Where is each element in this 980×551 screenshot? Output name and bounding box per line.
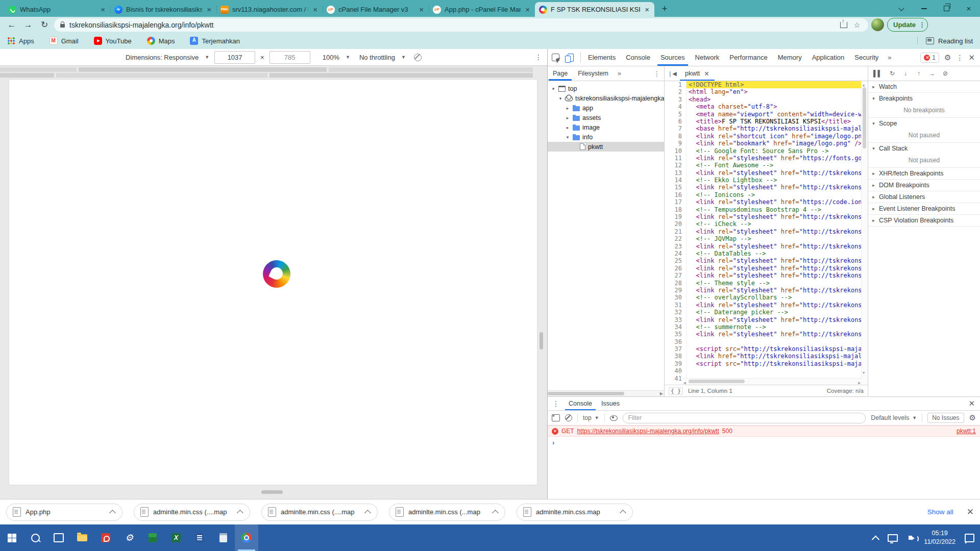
code-line[interactable]: 8 <link rel="shortcut icon" href="image/… <box>665 133 868 140</box>
devtools-tab-performance[interactable]: Performance <box>724 49 772 66</box>
lock-icon[interactable] <box>60 24 65 28</box>
tree-item-app[interactable]: ▸app <box>548 103 664 113</box>
section-arrow-icon[interactable]: ▾ <box>871 121 876 126</box>
code-line[interactable]: 35 <link rel="stylesheet" href="http://t… <box>665 331 868 338</box>
profile-avatar[interactable] <box>871 18 884 31</box>
address-bar[interactable]: tskrekonsiliasikspsi-majalengka.org/info… <box>54 18 868 32</box>
zoom-dropdown-icon[interactable]: ▼ <box>346 55 350 60</box>
bookmark-star-icon[interactable]: ☆ <box>852 21 862 29</box>
code-line[interactable]: 30 <!-- overlayScrollbars --> <box>665 294 868 301</box>
tree-arrow-icon[interactable]: ▸ <box>565 115 570 120</box>
taskbar-word-icon[interactable] <box>188 524 211 551</box>
drawer-tab-console[interactable]: Console <box>564 397 597 410</box>
new-tab-button[interactable]: + <box>657 2 672 16</box>
download-chevron-icon[interactable] <box>364 510 371 516</box>
code-area[interactable]: 1<!DOCTYPE html>2<html lang="en">3<head>… <box>665 81 868 385</box>
section-arrow-icon[interactable]: ▸ <box>871 171 876 176</box>
tree-item-top[interactable]: ▾top <box>548 84 664 93</box>
tree-arrow-icon[interactable]: ▾ <box>558 96 563 101</box>
viewport-height-input[interactable] <box>270 51 310 64</box>
bookmark-maps[interactable]: Maps <box>147 37 175 45</box>
collapse-navigator-icon[interactable]: ❘◀ <box>665 66 680 81</box>
download-chip[interactable]: adminlte.min.css (...map <box>389 504 505 521</box>
bookmark-apps[interactable]: Apps <box>7 37 34 45</box>
tree-item-info[interactable]: ▾info <box>548 132 664 142</box>
code-line[interactable]: 31 <link rel="stylesheet" href="http://t… <box>665 302 868 309</box>
tray-volume-icon[interactable] <box>902 524 918 551</box>
device-toggle-icon[interactable] <box>563 49 578 66</box>
reading-list-label[interactable]: Reading list <box>938 37 973 45</box>
tab-close-icon[interactable]: × <box>644 5 650 14</box>
code-line[interactable]: 16 <!-- Ionicons -> <box>665 191 868 198</box>
code-line[interactable]: 4 <meta charset="utf-8"> <box>665 103 868 110</box>
sidebar-section-header-global-listeners[interactable]: ▸Global Listeners <box>868 191 980 203</box>
console-filter-input[interactable] <box>623 413 866 423</box>
sidebar-section-header-dom-breakpoints[interactable]: ▸DOM Breakpoints <box>868 180 980 191</box>
code-line[interactable]: 12 <!-- Font Awesome --> <box>665 162 868 169</box>
media-query-bar[interactable] <box>0 73 533 78</box>
editor-vertical-scrollbar[interactable]: ▲▼ <box>861 81 868 385</box>
tree-arrow-icon[interactable]: ▸ <box>565 106 570 111</box>
code-line[interactable]: 1<!DOCTYPE html> <box>665 81 868 88</box>
section-arrow-icon[interactable]: ▾ <box>871 146 876 151</box>
code-line[interactable]: 34 <!-- summernote --> <box>665 323 868 331</box>
tab-search-chevron-icon[interactable] <box>890 0 913 17</box>
tray-hidden-icons-chevron-icon[interactable] <box>868 524 883 551</box>
code-line[interactable]: 32 <!-- Daterange picker --> <box>665 309 868 316</box>
step-out-icon[interactable]: ↑ <box>916 70 922 77</box>
action-center-icon[interactable] <box>962 524 977 551</box>
editor-horizontal-scrollbar[interactable]: ◀▶ <box>682 378 862 385</box>
code-line[interactable]: 14 <!-- Ekko Lightbox --> <box>665 177 868 184</box>
inspect-element-icon[interactable] <box>548 49 563 66</box>
code-line[interactable]: 5 <meta name="viewport" content="width=d… <box>665 111 868 118</box>
browser-tab[interactable]: App.php - cPanel File Manager v× <box>429 2 535 17</box>
code-line[interactable]: 40 <box>665 367 868 374</box>
navigator-kebab-icon[interactable]: ⋮ <box>650 66 665 81</box>
step-over-icon[interactable]: ↻ <box>889 70 895 77</box>
section-arrow-icon[interactable]: ▸ <box>871 218 876 223</box>
browser-tab[interactable]: Bisnis for tskrekonsiliasikspsi-ma× <box>110 2 216 17</box>
sidebar-section-header-xhr-fetch-breakpoints[interactable]: ▸XHR/fetch Breakpoints <box>868 168 980 179</box>
tab-close-icon[interactable]: × <box>206 5 212 14</box>
taskbar-pdf-icon[interactable] <box>94 524 117 551</box>
minimize-button[interactable] <box>913 0 935 17</box>
download-chip[interactable]: adminlte.min.css.map <box>517 504 633 521</box>
drawer-kebab-icon[interactable]: ⋮ <box>548 397 564 410</box>
code-line[interactable]: 25 <link rel="stylesheet" href="http://t… <box>665 257 868 264</box>
code-line[interactable]: 6 <title>F SP TSK REKONSILIASI KSPSI</ti… <box>665 118 868 125</box>
dimensions-label[interactable]: Dimensions: Responsive <box>126 54 199 61</box>
taskbar-start-icon[interactable] <box>0 524 23 551</box>
code-line[interactable]: 36 <box>665 338 868 345</box>
viewport-resize-handle-right[interactable] <box>540 332 543 349</box>
code-line[interactable]: 33 <link rel="stylesheet" href="http://t… <box>665 316 868 323</box>
code-line[interactable]: 37 <script src="http://tskrekonsiliasiks… <box>665 345 868 353</box>
tree-arrow-icon[interactable]: ▾ <box>565 135 570 140</box>
tab-close-icon[interactable]: × <box>100 5 106 14</box>
tab-close-icon[interactable]: × <box>418 5 425 14</box>
code-line[interactable]: 22 <!-- JQVMap --> <box>665 235 868 242</box>
tab-close-icon[interactable]: × <box>524 5 531 14</box>
error-url-link[interactable]: https://tskrekonsiliasikspsi-majalengka.… <box>577 428 719 435</box>
taskbar-settings-icon[interactable]: ⚙ <box>117 524 141 551</box>
download-chevron-icon[interactable] <box>492 510 499 516</box>
js-context-select[interactable]: top▼ <box>583 414 599 421</box>
show-all-link[interactable]: Show all <box>927 508 953 516</box>
code-line[interactable]: 19 <link rel="stylesheet" href="http://t… <box>665 213 868 220</box>
throttling-select[interactable]: No throttling <box>359 54 395 61</box>
sidebar-section-header-watch[interactable]: ▸Watch <box>868 81 980 92</box>
code-line[interactable]: 10 <!-- Google Font: Source Sans Pro -> <box>665 147 868 155</box>
sidebar-section-header-call-stack[interactable]: ▾Call Stack <box>868 143 980 154</box>
code-line[interactable]: 3<head> <box>665 96 868 103</box>
sidebar-section-header-breakpoints[interactable]: ▾Breakpoints <box>868 93 980 104</box>
downloads-bar-close-icon[interactable]: ✕ <box>967 507 974 517</box>
navigator-tab-page[interactable]: Page <box>548 66 573 81</box>
code-line[interactable]: 23 <link rel="stylesheet" href="http://t… <box>665 243 868 250</box>
throttling-dropdown-icon[interactable]: ▼ <box>401 55 406 60</box>
more-tabs-icon[interactable]: » <box>884 49 895 66</box>
drawer-tab-issues[interactable]: Issues <box>597 397 624 410</box>
code-line[interactable]: 2<html lang="en"> <box>665 88 868 95</box>
browser-menu-kebab-icon[interactable]: ⋮ <box>919 21 925 29</box>
devtools-close-icon[interactable]: ✕ <box>968 53 975 62</box>
drawer-close-icon[interactable]: ✕ <box>963 397 980 410</box>
forward-icon[interactable]: → <box>21 18 35 32</box>
